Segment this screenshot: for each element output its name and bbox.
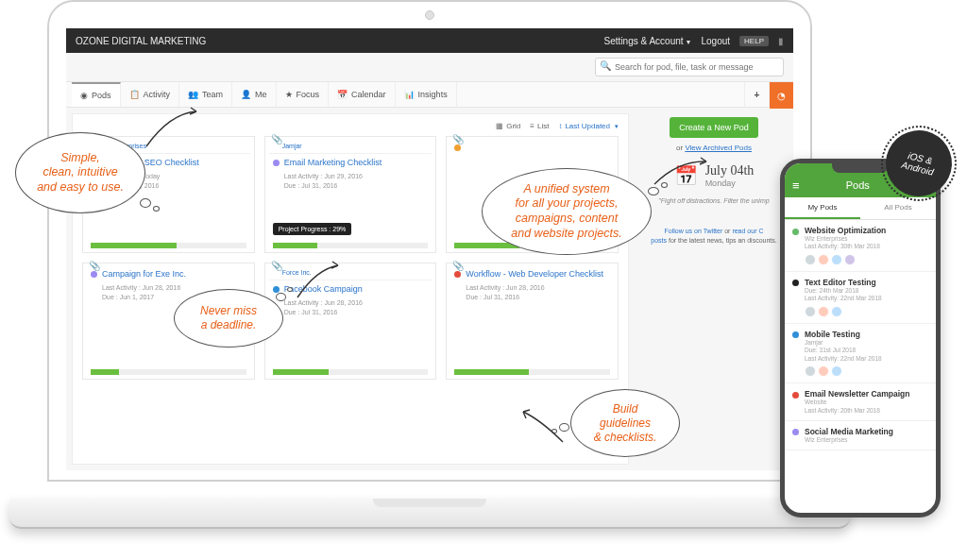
- settings-menu[interactable]: Settings & Account▼: [604, 36, 692, 46]
- create-pod-button[interactable]: Create a New Pod: [670, 117, 758, 138]
- laptop-notch: [373, 499, 486, 507]
- card-title: Facebook Campaign: [273, 284, 429, 295]
- progress-track: [273, 369, 429, 375]
- blog-link[interactable]: read our C: [732, 228, 763, 234]
- status-dot: [792, 229, 799, 235]
- tab-calendar[interactable]: 📅Calendar: [329, 82, 396, 107]
- tab-insights[interactable]: 📊Insights: [396, 82, 457, 107]
- pod-card[interactable]: 📎JamjarEmail Marketing ChecklistLast Act…: [264, 136, 437, 253]
- tab-team[interactable]: 👥Team: [179, 82, 232, 107]
- avatar: [818, 365, 829, 377]
- progress-bar: [91, 369, 119, 375]
- archived-line: or View Archived Pods: [676, 144, 752, 152]
- phone-title: Pods: [846, 179, 870, 191]
- phone-list-item[interactable]: Website OptimizationWiz EnterprisesLast …: [785, 220, 936, 272]
- card-meta: Last Activity : Jun 28, 2016Due : Jul 31…: [273, 298, 429, 317]
- phone-list-item[interactable]: Mobile TestingJamjarDue: 31st Jul 2018La…: [785, 324, 936, 383]
- progress-bar: [454, 369, 529, 375]
- card-company: Force Inc.: [269, 267, 433, 280]
- laptop-bezel: OZONE DIGITAL MARKETING Settings & Accou…: [47, 0, 812, 482]
- twitter-link[interactable]: Follow us on Twitter: [665, 228, 723, 234]
- phone-list[interactable]: Website OptimizationWiz EnterprisesLast …: [785, 220, 936, 450]
- view-list[interactable]: ≡ List: [530, 122, 549, 130]
- date-small: Monday: [705, 178, 755, 188]
- paperclip-icon: 📎: [89, 261, 100, 271]
- status-dot: [454, 144, 461, 151]
- item-title: Email Newsletter Campaign: [805, 389, 909, 399]
- item-title: Social Media Marketing: [805, 427, 893, 436]
- topbar-right: Settings & Account▼ Logout HELP ▮: [604, 36, 784, 46]
- bookmark-icon[interactable]: ▮: [778, 36, 784, 46]
- callout-simple: Simple, clean, intuitive and easy to use…: [15, 132, 145, 213]
- phone-frame: ≡ Pods ⋮ My Pods All Pods Website Optimi…: [780, 159, 941, 518]
- team-icon: 👥: [188, 90, 198, 99]
- progress-track: [273, 243, 429, 248]
- status-dot: [792, 429, 799, 435]
- progress-track: [91, 369, 246, 375]
- status-dot: [454, 271, 461, 278]
- item-title: Website Optimization: [805, 226, 886, 235]
- paperclip-icon: 📎: [452, 134, 464, 144]
- item-meta: WebsiteLast Activity: 20th Mar 2018: [805, 399, 928, 415]
- plus-icon: +: [755, 90, 760, 100]
- brand-button[interactable]: ◔: [769, 82, 793, 109]
- callout-checklists: Build guidelines & checklists.: [570, 389, 680, 457]
- logout-link[interactable]: Logout: [702, 36, 731, 46]
- posts-link[interactable]: posts: [651, 237, 667, 244]
- sort-dropdown[interactable]: ↕ Last Updated▾: [558, 122, 619, 130]
- insights-icon: 📊: [404, 90, 415, 99]
- status-dot: [273, 160, 280, 166]
- card-title: [454, 143, 610, 151]
- status-dot: [792, 280, 799, 286]
- tab-me[interactable]: 👤Me: [232, 82, 277, 107]
- tagline: "Fight off distractions. Filter the unim…: [658, 197, 769, 204]
- item-meta: JamjarDue: 31st Jul 2018Last Activity: 2…: [805, 339, 928, 363]
- status-dot: [792, 392, 799, 399]
- card-meta: Last Activity : Jun 29, 2016Due : Jul 31…: [273, 172, 429, 191]
- content-area: ▦ Grid ≡ List ↕ Last Updated▾ 📎Wiz Enter…: [66, 108, 793, 470]
- activity-icon: 📋: [129, 90, 140, 99]
- add-button[interactable]: +: [744, 82, 769, 107]
- view-controls: ▦ Grid ≡ List ↕ Last Updated▾: [82, 122, 619, 130]
- brand-title: OZONE DIGITAL MARKETING: [76, 36, 206, 46]
- card-title: Campaign for Exe Inc.: [91, 269, 246, 280]
- item-title: Text Editor Testing: [805, 278, 876, 287]
- laptop-frame: OZONE DIGITAL MARKETING Settings & Accou…: [47, 0, 812, 529]
- search-input[interactable]: [595, 58, 784, 76]
- tab-focus[interactable]: ★Focus: [277, 82, 330, 107]
- view-archived-link[interactable]: View Archived Pods: [685, 144, 752, 152]
- tab-activity[interactable]: 📋Activity: [121, 82, 180, 107]
- status-dot: [792, 331, 799, 338]
- progress-tooltip: Project Progress : 29%: [273, 223, 352, 235]
- avatar-row: [805, 254, 928, 265]
- hamburger-icon[interactable]: ≡: [792, 178, 800, 193]
- avatar: [831, 254, 842, 265]
- brand-icon: ◔: [777, 91, 786, 101]
- phone-list-item[interactable]: Social Media MarketingWiz Enterprises: [785, 421, 936, 450]
- pod-card[interactable]: 📎Workflow - Web Developer ChecklistLast …: [446, 263, 619, 380]
- focus-icon: ★: [285, 90, 293, 99]
- calendar-icon: 📅: [337, 90, 348, 99]
- avatar: [805, 306, 816, 317]
- avatar-row: [805, 365, 928, 377]
- progress-bar: [91, 243, 177, 248]
- pod-card[interactable]: 📎Force Inc.Facebook CampaignLast Activit…: [264, 263, 437, 380]
- camera-dot: [425, 10, 434, 20]
- view-grid[interactable]: ▦ Grid: [496, 122, 520, 130]
- avatar: [818, 306, 829, 317]
- phone-list-item[interactable]: Email Newsletter CampaignWebsiteLast Act…: [785, 383, 936, 421]
- callout-unified: A unified system for all your projects, …: [482, 168, 652, 255]
- card-company: Jamjar: [269, 141, 433, 154]
- item-meta: Due: 24th Mar 2018Last Activity: 22nd Ma…: [805, 287, 928, 303]
- phone-tab-my[interactable]: My Pods: [785, 197, 860, 219]
- phone-list-item[interactable]: Text Editor TestingDue: 24th Mar 2018Las…: [785, 272, 936, 324]
- help-badge[interactable]: HELP: [739, 36, 769, 46]
- avatar: [805, 365, 816, 377]
- calendar-big-icon: 📅: [674, 164, 698, 187]
- app-screen: OZONE DIGITAL MARKETING Settings & Accou…: [66, 28, 793, 470]
- progress-bar: [273, 243, 318, 248]
- item-meta: Wiz Enterprises: [805, 436, 928, 444]
- tab-pods[interactable]: ◉Pods: [72, 82, 121, 107]
- date-block: 📅 July 04th Monday: [674, 163, 755, 188]
- avatar-row: [805, 306, 928, 317]
